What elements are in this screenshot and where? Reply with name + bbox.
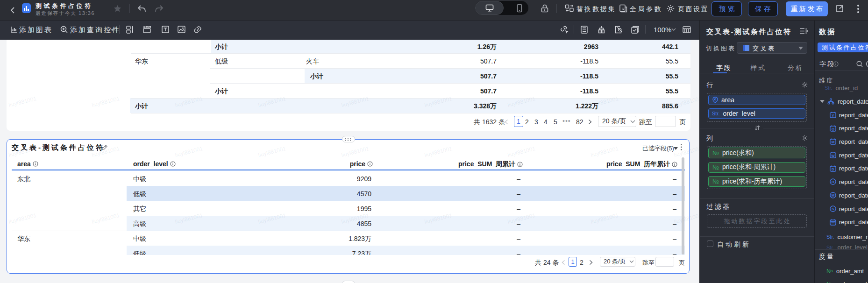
svg-text:M: M	[832, 193, 835, 198]
svg-text:W: W	[831, 154, 835, 158]
svg-text:Y: Y	[832, 113, 834, 118]
svg-text:M: M	[832, 140, 835, 144]
svg-text:H: H	[832, 180, 834, 184]
svg-text:S: S	[832, 207, 834, 211]
svg-text:Q: Q	[832, 127, 834, 131]
svg-text:D: D	[832, 167, 834, 171]
